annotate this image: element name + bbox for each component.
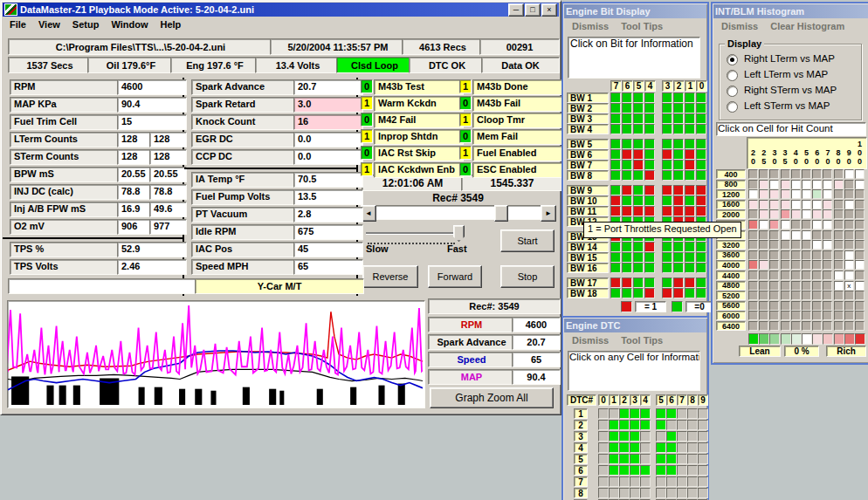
radio-left-sterm-vs-map[interactable] xyxy=(727,101,738,113)
dtc-cell[interactable] xyxy=(666,488,677,498)
hist-cell[interactable] xyxy=(769,220,779,229)
bw-bit-cell[interactable] xyxy=(644,103,655,113)
hist-cell[interactable] xyxy=(812,260,822,270)
minimize-button[interactable]: ─ xyxy=(508,3,524,17)
stop-button[interactable]: Stop xyxy=(500,265,555,288)
hist-cell[interactable] xyxy=(791,321,801,331)
dtc-cell[interactable] xyxy=(656,488,666,498)
hist-cell[interactable] xyxy=(769,281,779,291)
bit-left-bit-label[interactable]: M42 Fail xyxy=(374,113,464,128)
dtc-cell[interactable] xyxy=(677,488,687,498)
hist-cell[interactable] xyxy=(791,281,801,291)
reverse-button[interactable]: Reverse xyxy=(362,265,418,288)
hist-cell[interactable] xyxy=(855,200,865,209)
hist-cell[interactable] xyxy=(748,189,758,199)
bw-bit-cell[interactable] xyxy=(685,206,695,216)
dtc-cell[interactable] xyxy=(640,420,651,430)
bw-bit-cell[interactable] xyxy=(696,149,706,160)
dtc-cell[interactable] xyxy=(619,488,630,498)
hist-cell[interactable] xyxy=(769,250,779,260)
hist-cell[interactable] xyxy=(769,311,779,320)
dtc-cell[interactable] xyxy=(619,476,630,487)
hist-cell[interactable] xyxy=(834,180,844,189)
hist-cell[interactable] xyxy=(812,301,822,311)
hist-cell[interactable] xyxy=(748,220,758,229)
bw-bit-cell[interactable] xyxy=(662,185,672,195)
hist-cell[interactable] xyxy=(823,180,832,189)
bw-bit-cell[interactable] xyxy=(644,185,655,195)
hist-cell[interactable] xyxy=(769,240,779,250)
bit-display-menu-tooltips[interactable]: Tool Tips xyxy=(615,21,669,31)
dtc-cell[interactable] xyxy=(619,431,630,442)
hist-cell[interactable] xyxy=(759,169,768,179)
hist-cell[interactable] xyxy=(844,301,854,311)
bw-bit-cell[interactable] xyxy=(662,242,672,252)
hist-cell[interactable] xyxy=(855,189,865,199)
hist-cell[interactable] xyxy=(781,189,790,199)
slider-track[interactable] xyxy=(366,232,464,235)
hist-cell[interactable] xyxy=(759,240,768,250)
dtc-cell[interactable] xyxy=(666,442,677,453)
hist-cell[interactable] xyxy=(791,271,801,280)
bw-bit-cell[interactable] xyxy=(622,263,632,273)
bw-bit-cell[interactable] xyxy=(610,252,621,263)
hist-cell[interactable] xyxy=(759,180,768,189)
hist-cell[interactable] xyxy=(844,180,854,189)
hist-cell[interactable] xyxy=(759,189,768,199)
hist-cell[interactable] xyxy=(802,291,811,300)
hist-cell[interactable] xyxy=(748,250,758,260)
bw-bit-cell[interactable] xyxy=(633,149,644,160)
hist-cell[interactable] xyxy=(759,250,768,260)
dtc-cell[interactable] xyxy=(598,454,609,464)
dtc-cell[interactable] xyxy=(619,408,630,419)
bw-bit-cell[interactable] xyxy=(662,160,672,170)
radio-right-sterm-vs-map[interactable] xyxy=(727,86,738,97)
dtc-cell[interactable] xyxy=(698,454,708,464)
hist-cell[interactable] xyxy=(812,200,822,209)
hist-cell[interactable] xyxy=(802,169,811,179)
hist-cell[interactable] xyxy=(748,240,758,250)
scrollbar-track[interactable] xyxy=(361,205,555,220)
bw-bit-cell[interactable] xyxy=(644,277,655,288)
hist-cell[interactable] xyxy=(769,291,779,300)
bw-bit-cell[interactable] xyxy=(633,124,644,134)
bw-bit-cell[interactable] xyxy=(622,206,632,216)
bit-right-bit-value[interactable]: 0 xyxy=(459,96,472,110)
bw-bit-cell[interactable] xyxy=(622,92,632,103)
hist-cell[interactable] xyxy=(844,240,854,250)
bw-bit-cell[interactable] xyxy=(673,277,684,288)
bw-bit-cell[interactable] xyxy=(696,277,706,288)
dtc-cell[interactable] xyxy=(698,420,708,430)
dtc-cell[interactable] xyxy=(698,442,708,453)
hist-cell[interactable] xyxy=(823,240,832,250)
dtc-cell[interactable] xyxy=(630,476,640,487)
dtc-cell[interactable] xyxy=(666,431,677,442)
radio-label[interactable]: Left LTerm vs MAP xyxy=(744,69,828,79)
hist-cell[interactable] xyxy=(781,209,790,219)
hist-cell[interactable] xyxy=(781,240,790,250)
hist-cell[interactable] xyxy=(791,180,801,189)
hist-cell[interactable] xyxy=(781,169,790,179)
hist-cell[interactable] xyxy=(823,321,832,331)
hist-cell[interactable] xyxy=(781,271,790,280)
hist-cell[interactable] xyxy=(791,200,801,209)
bw-bit-cell[interactable] xyxy=(673,195,684,206)
hist-cell[interactable] xyxy=(855,209,865,219)
menu-window[interactable]: Window xyxy=(105,19,154,30)
hist-cell[interactable] xyxy=(855,321,865,331)
hist-cell[interactable] xyxy=(823,301,832,311)
hist-cell[interactable] xyxy=(759,260,768,270)
hist-cell[interactable] xyxy=(781,230,790,240)
hist-cell[interactable] xyxy=(802,230,811,240)
dtc-cell[interactable] xyxy=(630,431,640,442)
hist-cell[interactable] xyxy=(834,271,844,280)
dtc-cell[interactable] xyxy=(609,476,619,487)
bw-bit-cell[interactable] xyxy=(685,185,695,195)
hist-cell[interactable] xyxy=(781,220,790,229)
hist-cell[interactable] xyxy=(748,311,758,320)
bw-bit-cell[interactable] xyxy=(685,277,695,288)
start-button[interactable]: Start xyxy=(500,229,555,252)
hist-cell[interactable] xyxy=(748,291,758,300)
radio-right-lterm-vs-map[interactable] xyxy=(727,54,738,65)
dtc-cell[interactable] xyxy=(698,431,708,442)
